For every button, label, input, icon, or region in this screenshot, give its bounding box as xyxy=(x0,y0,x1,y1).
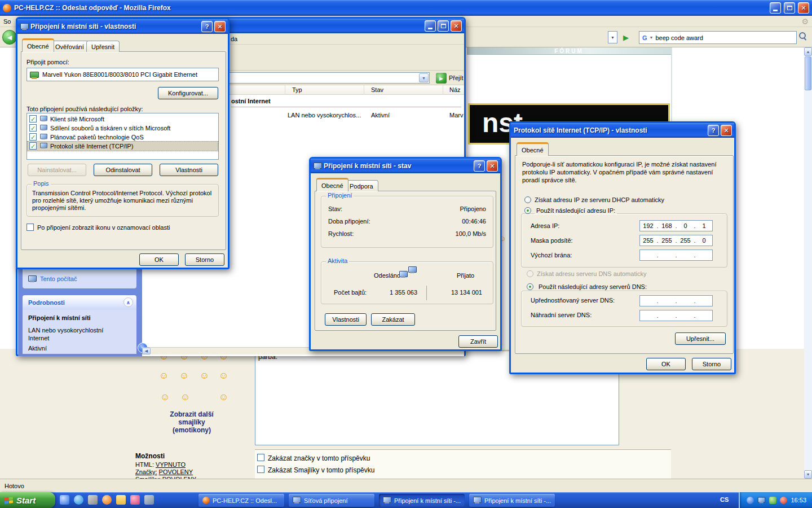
smiley-icon[interactable]: ☺ xyxy=(180,392,190,402)
mask-octet[interactable]: 255 xyxy=(677,237,694,244)
scroll-down-button[interactable]: ▼ xyxy=(804,470,812,479)
list-item-selected[interactable]: ✓ Protokol sítě Internet (TCP/IP) xyxy=(28,142,218,151)
tray-icon-3[interactable] xyxy=(769,497,776,504)
row-cell-stav[interactable]: Aktivní xyxy=(371,112,390,119)
disable-button[interactable]: Zakázat xyxy=(371,313,415,326)
tab-obecne[interactable]: Obecné xyxy=(22,38,54,52)
sidebar-item-my-computer[interactable]: Tento počítač xyxy=(40,275,77,282)
mask-octet[interactable]: 255 xyxy=(659,237,675,244)
mask-octet[interactable]: 255 xyxy=(640,237,656,244)
properties-button[interactable]: Vlastnosti xyxy=(325,313,367,326)
subnet-mask-field[interactable]: 255. 255. 255. 0 xyxy=(639,235,713,246)
smiley-icon[interactable]: ☺ xyxy=(200,371,209,380)
smiley-icon[interactable]: ☺ xyxy=(159,371,169,380)
more-smilies-link[interactable]: Zobrazit další smajlíky (emotikony) xyxy=(147,410,237,434)
go-button[interactable]: ▶ xyxy=(436,73,447,84)
cancel-button[interactable]: Storno xyxy=(692,358,731,370)
quick-launch-icon-3[interactable] xyxy=(88,495,98,505)
column-header-stav[interactable]: Stav xyxy=(371,86,383,93)
quick-launch-icon-2[interactable] xyxy=(74,495,83,505)
scroll-up-button[interactable]: ▲ xyxy=(804,47,812,56)
ip-octet[interactable]: 0 xyxy=(677,222,694,229)
dialog-titlebar[interactable]: Protokol sítě Internet (TCP/IP) - vlastn… xyxy=(511,123,734,138)
close-button[interactable]: ✕ xyxy=(451,20,462,32)
quick-launch-icon-6[interactable] xyxy=(130,495,140,505)
quick-launch-icon-7[interactable] xyxy=(144,495,154,505)
list-item[interactable]: ✓ Klient sítě Microsoft xyxy=(28,115,218,124)
row-cell-naz[interactable]: Marv xyxy=(449,112,463,119)
ip-octet[interactable]: 1 xyxy=(696,222,712,229)
close-dialog-button[interactable]: Zavřít xyxy=(458,335,498,348)
tab-podpora[interactable]: Podpora xyxy=(345,180,378,191)
page-scrollbar[interactable]: ▲ ▼ xyxy=(804,47,812,479)
smiley-icon[interactable]: ☺ xyxy=(219,371,228,380)
clock[interactable]: 16:53 xyxy=(791,497,806,503)
properties-button[interactable]: Vlastnosti xyxy=(160,164,218,176)
tab-upresnit[interactable]: Upřesnit xyxy=(86,41,120,52)
collapse-button[interactable]: ∧ xyxy=(123,297,133,307)
static-ip-radio[interactable] xyxy=(524,207,531,214)
go-label[interactable]: Přejít xyxy=(449,75,464,81)
close-button[interactable]: ✕ xyxy=(487,160,498,172)
start-button[interactable]: Start xyxy=(0,492,55,508)
address-dropdown-button[interactable]: ▼ xyxy=(419,73,429,82)
restore-button[interactable] xyxy=(784,2,795,14)
menu-soubor-partial[interactable]: So xyxy=(3,18,11,25)
dialog-titlebar[interactable]: Připojení k místní síti - stav ? ✕ xyxy=(311,159,500,173)
address-dropdown-button[interactable]: ▼ xyxy=(608,31,617,43)
smiley-icon[interactable]: ☺ xyxy=(160,392,170,402)
taskbar-button-network-connections[interactable]: Síťová připojení xyxy=(289,494,374,507)
tray-icon-4[interactable] xyxy=(780,497,787,504)
quick-launch-icon-5[interactable] xyxy=(116,495,126,505)
dns-secondary-field[interactable]: . . . xyxy=(639,310,713,321)
dns-manual-radio[interactable] xyxy=(527,283,533,290)
column-header-typ[interactable]: Typ xyxy=(292,86,302,93)
quick-launch-icon-4[interactable] xyxy=(102,495,112,505)
item-checkbox[interactable]: ✓ xyxy=(29,142,37,150)
close-button[interactable]: ✕ xyxy=(798,2,809,14)
minimize-button[interactable] xyxy=(425,20,436,32)
taskbar-button-connection-status[interactable]: Připojení k místní síti -... xyxy=(469,494,555,507)
search-submit-button[interactable] xyxy=(798,32,807,41)
help-button[interactable]: ? xyxy=(201,21,213,32)
dialog-titlebar[interactable]: Připojení k místní síti - vlastnosti ? ✕ xyxy=(17,19,228,34)
tray-display-icon[interactable] xyxy=(758,497,766,503)
go-button[interactable]: ▶ xyxy=(620,32,632,43)
search-input[interactable]: G ▼ beep code award xyxy=(639,31,797,44)
cancel-button[interactable]: Storno xyxy=(185,253,224,266)
ok-button[interactable]: OK xyxy=(139,253,179,266)
configure-button[interactable]: Konfigurovat... xyxy=(158,87,218,99)
item-checkbox[interactable]: ✓ xyxy=(29,124,37,132)
item-checkbox[interactable]: ✓ xyxy=(29,115,37,122)
tab-obecne[interactable]: Obecné xyxy=(316,178,348,191)
smiley-icon[interactable]: ☺ xyxy=(219,392,228,402)
maximize-button[interactable] xyxy=(438,20,449,32)
row-cell-typ[interactable]: LAN nebo vysokorychlos... xyxy=(288,112,361,119)
help-button[interactable]: ? xyxy=(708,125,719,136)
connection-items-list[interactable]: ✓ Klient sítě Microsoft ✓ Sdílení soubor… xyxy=(27,113,219,160)
language-indicator[interactable]: CS xyxy=(720,496,729,503)
back-button[interactable]: ◀ xyxy=(2,30,17,45)
tray-icon-1[interactable] xyxy=(747,497,754,504)
item-checkbox[interactable]: ✓ xyxy=(29,133,37,141)
quick-launch-icon-1[interactable] xyxy=(60,495,69,505)
advanced-button[interactable]: Upřesnit... xyxy=(675,332,726,345)
tab-overovani[interactable]: Ověřování xyxy=(50,41,89,52)
uninstall-button[interactable]: Odinstalovat xyxy=(94,164,152,176)
ip-address-field[interactable]: 192. 168. 0. 1 xyxy=(639,220,713,231)
column-header-naz[interactable]: Náz xyxy=(449,86,461,93)
search-engine-dropdown-icon[interactable]: ▼ xyxy=(650,36,654,40)
taskbar-button-firefox[interactable]: PC-HELP.CZ :: Odesl... xyxy=(198,494,284,507)
dns-primary-field[interactable]: . . . xyxy=(639,295,713,306)
tab-obecne[interactable]: Obecné xyxy=(517,142,549,156)
dhcp-radio[interactable] xyxy=(524,196,531,203)
ip-octet[interactable]: 192 xyxy=(640,222,656,229)
mask-octet[interactable]: 0 xyxy=(696,237,712,244)
taskbar-button-connection-properties[interactable]: Připojení k místní síti -... xyxy=(379,494,465,507)
firefox-titlebar[interactable]: PC-HELP.CZ :: Odeslat odpověď - Mozilla … xyxy=(0,0,812,16)
disable-smilies-checkbox[interactable] xyxy=(257,466,264,473)
help-button[interactable]: ? xyxy=(474,160,485,172)
disable-tags-checkbox[interactable] xyxy=(257,454,264,461)
ip-octet[interactable]: 168 xyxy=(659,222,675,229)
gateway-field[interactable]: . . . xyxy=(639,249,713,261)
